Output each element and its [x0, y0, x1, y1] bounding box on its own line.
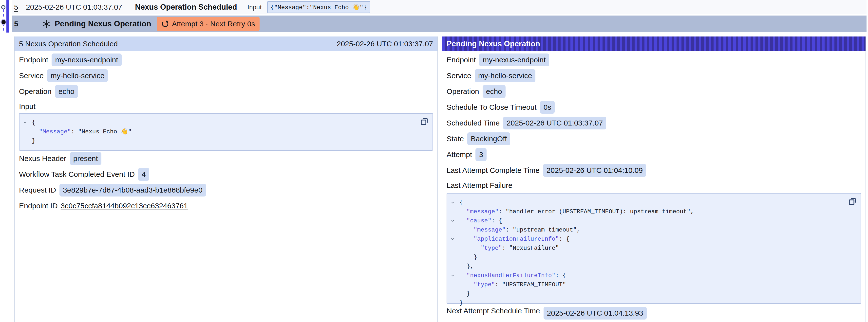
input-inline-chip[interactable]: {"Message":"Nexus Echo 👋"} [267, 1, 370, 13]
retry-icon [161, 20, 168, 28]
collapse-chevron-icon[interactable] [451, 200, 455, 205]
event-title: Nexus Operation Scheduled [135, 3, 237, 11]
field-row-service: Service my-hello-service [19, 68, 433, 84]
field-value-badge: 3 [475, 148, 487, 161]
json-line: "type": "NexusFailure" [451, 244, 846, 253]
field-row-operation: Operation echo [446, 84, 861, 99]
collapse-chevron-icon[interactable] [451, 219, 455, 223]
json-line: }, [451, 262, 846, 271]
event-id-link[interactable]: 5 [14, 3, 25, 11]
event-row-pending[interactable]: 5 Pending Nexus Operation Attempt 3 · Ne… [12, 15, 867, 32]
field-row-state: State BackingOff [446, 131, 861, 147]
pending-panel-header: Pending Nexus Operation [442, 36, 866, 51]
json-line: "nexusHandlerFailureInfo": { [451, 271, 846, 280]
timeline-active-bar [6, 0, 9, 33]
field-value-badge: my-hello-service [475, 69, 535, 82]
field-value-badge: BackingOff [467, 132, 510, 145]
field-label: Operation [19, 87, 52, 96]
field-value-badge: my-nexus-endpoint [52, 54, 121, 66]
copy-icon[interactable] [847, 196, 857, 206]
pending-operation-panel: Pending Nexus Operation Endpoint my-nexu… [442, 36, 866, 322]
json-line: } [451, 253, 846, 262]
field-label: Workflow Task Completed Event ID [19, 170, 135, 179]
timeline-event-node-selected[interactable] [0, 19, 6, 25]
input-inline-label: Input [247, 3, 262, 11]
input-section-label: Input [19, 99, 433, 113]
field-value-badge: present [70, 152, 101, 165]
json-line: { [451, 198, 846, 207]
json-line: "Message": "Nexus Echo 👋" [23, 127, 418, 136]
collapse-chevron[interactable] [451, 200, 459, 205]
collapse-chevron-icon[interactable] [451, 273, 455, 278]
retry-badge-text: Attempt 3 · Next Retry 0s [172, 20, 255, 28]
collapse-chevron[interactable] [451, 219, 459, 223]
field-value-badge: 4 [138, 168, 149, 181]
field-row-endpoint: Endpoint my-nexus-endpoint [19, 52, 433, 68]
scheduled-panel-header: 5 Nexus Operation Scheduled 2025-02-26 U… [14, 36, 437, 51]
field-row-last-attempt-complete-time: Last Attempt Complete Time 2025-02-26 UT… [446, 162, 861, 178]
field-row-request-id: Request ID 3e829b7e-7d67-4b08-aad3-b1e86… [19, 182, 433, 198]
timeline-event-node-open[interactable] [1, 5, 5, 9]
field-label: Service [446, 71, 471, 80]
retry-attempt-badge: Attempt 3 · Next Retry 0s [157, 17, 259, 31]
scheduled-event-panel: 5 Nexus Operation Scheduled 2025-02-26 U… [14, 36, 438, 322]
collapse-chevron[interactable] [451, 237, 459, 241]
field-value-badge: 2025-02-26 UTC 01:04:13.93 [544, 307, 647, 320]
field-value-badge: 3e829b7e-7d67-4b08-aad3-b1e868bfe9e0 [59, 184, 206, 196]
field-label: Operation [446, 87, 479, 96]
field-row-service: Service my-hello-service [446, 68, 861, 84]
field-row-scheduled-time: Scheduled Time 2025-02-26 UTC 01:03:37.0… [446, 115, 861, 131]
field-label: Endpoint [446, 56, 476, 64]
json-line: } [451, 298, 846, 308]
field-label: Attempt [446, 151, 472, 159]
field-row-endpoint-id: Endpoint ID 3c0c75ccfa8144b092c13ce63246… [19, 198, 433, 214]
field-value-badge: echo [55, 85, 78, 98]
field-label: Service [19, 71, 44, 80]
failure-json-block: { "message": "handler error (UPSTREAM_TI… [446, 193, 861, 304]
field-label: Endpoint ID [19, 202, 58, 210]
scheduled-panel-timestamp: 2025-02-26 UTC 01:03:37.07 [337, 40, 433, 48]
json-line: { [23, 118, 418, 127]
json-line: "applicationFailureInfo": { [451, 234, 846, 244]
json-line: "message": "handler error (UPSTREAM_TIME… [451, 207, 846, 216]
json-line: "message": "upstream timeout", [451, 225, 846, 234]
field-label: Schedule To Close Timeout [446, 103, 537, 111]
field-row-schedule-to-close-timeout: Schedule To Close Timeout 0s [446, 99, 861, 115]
collapse-chevron[interactable] [451, 273, 459, 278]
event-title: Pending Nexus Operation [55, 19, 151, 28]
field-label: State [446, 135, 464, 143]
field-label: Request ID [19, 186, 56, 194]
scheduled-panel-title: 5 Nexus Operation Scheduled [19, 40, 118, 48]
event-id-link[interactable]: 5 [14, 20, 18, 28]
failure-section-label: Last Attempt Failure [446, 178, 861, 192]
field-value-badge: 2025-02-26 UTC 01:04:10.09 [543, 164, 646, 177]
field-label: Nexus Header [19, 154, 66, 163]
collapse-chevron-icon[interactable] [23, 121, 27, 125]
field-label: Endpoint [19, 56, 48, 64]
field-row-workflow-task-completed-event-id: Workflow Task Completed Event ID 4 [19, 166, 433, 182]
json-line: } [451, 289, 846, 298]
field-value-badge: echo [483, 85, 505, 98]
json-line: } [23, 136, 418, 146]
json-line: "cause": { [451, 216, 846, 225]
collapse-chevron[interactable] [23, 121, 32, 125]
collapse-chevron-icon[interactable] [451, 237, 455, 241]
field-value-badge: my-hello-service [47, 69, 108, 82]
json-line: "type": "UPSTREAM_TIMEOUT" [451, 280, 846, 289]
field-label: Last Attempt Complete Time [446, 166, 539, 174]
pending-panel-title: Pending Nexus Operation [446, 39, 540, 48]
copy-icon[interactable] [419, 117, 429, 127]
pending-asterisk-icon [42, 20, 51, 28]
input-json-block: { "Message": "Nexus Echo 👋"} [19, 113, 433, 151]
field-value-badge: 2025-02-26 UTC 01:03:37.07 [503, 117, 606, 129]
event-row-scheduled[interactable]: 5 2025-02-26 UTC 01:03:37.07 Nexus Opera… [12, 0, 867, 14]
field-label: Scheduled Time [446, 119, 500, 127]
field-value-badge: 0s [540, 101, 555, 114]
field-row-endpoint: Endpoint my-nexus-endpoint [446, 52, 861, 68]
endpoint-id-link[interactable]: 3c0c75ccfa8144b092c13ce632463761 [61, 202, 188, 210]
field-value-badge: my-nexus-endpoint [479, 54, 549, 66]
field-row-nexus-header: Nexus Header present [19, 151, 433, 166]
field-row-operation: Operation echo [19, 84, 433, 99]
event-timestamp: 2025-02-26 UTC 01:03:37.07 [26, 3, 122, 11]
field-row-attempt: Attempt 3 [446, 147, 861, 162]
